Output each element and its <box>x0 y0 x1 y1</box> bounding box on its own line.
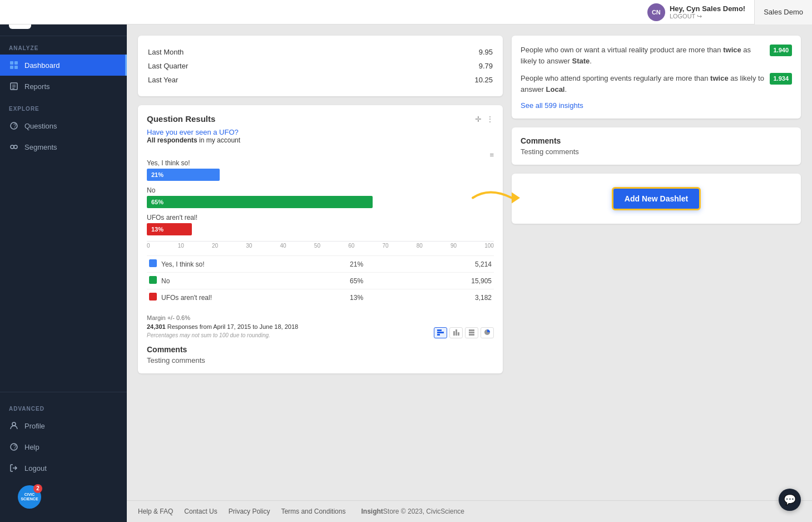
legend-item-label: No <box>159 273 348 289</box>
sidebar-item-questions-label: Questions <box>24 122 57 130</box>
stats-label: Last Month <box>148 46 385 58</box>
legend-table: Yes, I think so! 21% 5,214 No 65% 15,905… <box>147 255 494 306</box>
respondents-prefix: All respondents <box>147 136 197 144</box>
svg-text:?: ? <box>13 123 17 129</box>
legend-color-cell <box>147 273 159 289</box>
chart-type-pie[interactable] <box>481 327 494 338</box>
insight-text: People who attend sporting events regula… <box>521 73 765 95</box>
chart-container: ≡ Yes, I think so! 21% No 65% UFOs aren'… <box>147 151 494 249</box>
right-column: People who own or want a virtual reality… <box>512 36 801 489</box>
svg-rect-1 <box>14 61 18 65</box>
legend-count: 15,905 <box>409 273 494 289</box>
sidebar-item-help[interactable]: ? Help <box>0 436 127 457</box>
arrow-annotation <box>467 181 528 215</box>
logout-icon <box>9 463 19 473</box>
see-all-insights-link[interactable]: See all 599 insights <box>521 101 792 110</box>
insight-item: People who attend sporting events regula… <box>521 73 792 95</box>
x-axis: 0102030405060708090100 <box>147 241 494 249</box>
sidebar-item-segments[interactable]: Segments <box>0 136 127 157</box>
svg-rect-20 <box>458 332 459 336</box>
question-comments-section: Comments Testing comments <box>147 345 494 365</box>
add-dashlet-card: Add New Dashlet <box>512 174 801 224</box>
legend-count: 3,182 <box>409 289 494 306</box>
stats-value: 10.25 <box>386 73 493 86</box>
sidebar: CIVICSCIENCE InsightStore ❮ ANALYZE Dash… <box>0 0 127 522</box>
legend-color-cell <box>147 256 159 273</box>
svg-rect-16 <box>437 332 444 333</box>
sidebar-item-profile-label: Profile <box>24 422 45 430</box>
legend-pct: 65% <box>348 273 409 289</box>
more-icon[interactable]: ⋮ <box>486 115 494 124</box>
svg-rect-15 <box>437 329 442 331</box>
bar-track: 21% <box>147 169 494 181</box>
legend-count: 5,214 <box>409 256 494 273</box>
svg-point-10 <box>11 145 14 149</box>
user-info: CN Hey, Cyn Sales Demo! LOGOUT ↪ <box>638 3 754 21</box>
footer-contact-link[interactable]: Contact Us <box>184 508 217 515</box>
bar-pct: 21% <box>151 171 164 178</box>
sidebar-item-profile[interactable]: Profile <box>0 415 127 436</box>
chart-menu-icon[interactable]: ≡ <box>489 151 494 159</box>
chart-type-bar-horiz[interactable] <box>434 327 447 338</box>
comments-title: Comments <box>147 345 494 354</box>
sidebar-item-dashboard[interactable]: Dashboard <box>0 55 127 76</box>
bar-track: 65% <box>147 196 494 208</box>
stats-row: Last Quarter9.79 <box>148 60 493 72</box>
chat-bubble[interactable]: 💬 <box>779 489 801 511</box>
legend-row: UFOs aren't real! 13% 3,182 <box>147 289 494 306</box>
footer-privacy-link[interactable]: Privacy Policy <box>229 508 270 515</box>
footer-copyright: InsightStore © 2023, CivicScience <box>361 508 464 515</box>
stats-row: Last Year10.25 <box>148 73 493 86</box>
footer-terms-link[interactable]: Terms and Conditions <box>281 508 345 515</box>
card-actions: ✛ ⋮ <box>475 115 494 124</box>
bar-fill: 21% <box>147 169 220 181</box>
stats-card: Last Month9.95Last Quarter9.79Last Year1… <box>138 36 503 96</box>
stats-table: Last Month9.95Last Quarter9.79Last Year1… <box>147 45 494 87</box>
right-comments-card: Comments Testing comments <box>512 127 801 165</box>
respondents-suffix: in my account <box>199 136 240 144</box>
avatar: CN <box>647 3 665 21</box>
segments-icon <box>9 142 19 152</box>
bar-fill: 13% <box>147 223 192 235</box>
civic-science-badge[interactable]: CIVICSCIENCE 2 <box>18 485 41 509</box>
logout-link[interactable]: LOGOUT ↪ <box>670 13 745 20</box>
user-details: Hey, Cyn Sales Demo! LOGOUT ↪ <box>670 4 745 20</box>
svg-rect-3 <box>14 66 18 69</box>
svg-rect-0 <box>10 61 13 65</box>
bar-fill: 65% <box>147 196 373 208</box>
sidebar-item-logout[interactable]: Logout <box>0 457 127 479</box>
insight-badge: 1.940 <box>770 45 792 56</box>
stats-label: Last Year <box>148 73 385 86</box>
stats-value: 9.95 <box>386 46 493 58</box>
bar-pct: 65% <box>151 199 164 205</box>
move-icon[interactable]: ✛ <box>475 115 482 124</box>
footer: Help & FAQ Contact Us Privacy Policy Ter… <box>127 500 812 522</box>
response-count: 24,301 <box>147 323 166 330</box>
sidebar-item-dashboard-label: Dashboard <box>24 61 60 70</box>
bar-row: No 65% <box>147 186 494 208</box>
insight-text: People who own or want a virtual reality… <box>521 45 765 66</box>
stats-value: 9.79 <box>386 60 493 72</box>
stats-row: Last Month9.95 <box>148 46 493 58</box>
sidebar-item-questions[interactable]: ? Questions <box>0 115 127 136</box>
legend-color-box <box>149 259 157 267</box>
help-icon: ? <box>9 442 19 452</box>
legend-item-label: Yes, I think so! <box>159 256 348 273</box>
legend-color-box <box>149 276 157 284</box>
legend-row: Yes, I think so! 21% 5,214 <box>147 256 494 273</box>
badge-count: 2 <box>33 484 42 493</box>
right-comments-text: Testing comments <box>521 147 792 156</box>
reports-icon <box>9 81 19 91</box>
question-link[interactable]: Have you ever seen a UFO? <box>147 128 239 136</box>
chart-type-bar-vert[interactable] <box>449 327 463 338</box>
add-dashlet-button[interactable]: Add New Dashlet <box>612 187 701 210</box>
card-title: Question Results <box>147 114 215 124</box>
rounding-note: Percentages may not sum to 100 due to ro… <box>147 332 298 338</box>
left-column: Last Month9.95Last Quarter9.79Last Year1… <box>138 36 503 489</box>
chart-type-table[interactable] <box>465 327 478 338</box>
card-header: Question Results ✛ ⋮ <box>147 114 494 124</box>
bar-label: UFOs aren't real! <box>147 214 494 221</box>
sidebar-item-reports[interactable]: Reports <box>0 76 127 97</box>
footer-help-link[interactable]: Help & FAQ <box>138 508 173 515</box>
insights-container: People who own or want a virtual reality… <box>521 45 792 95</box>
